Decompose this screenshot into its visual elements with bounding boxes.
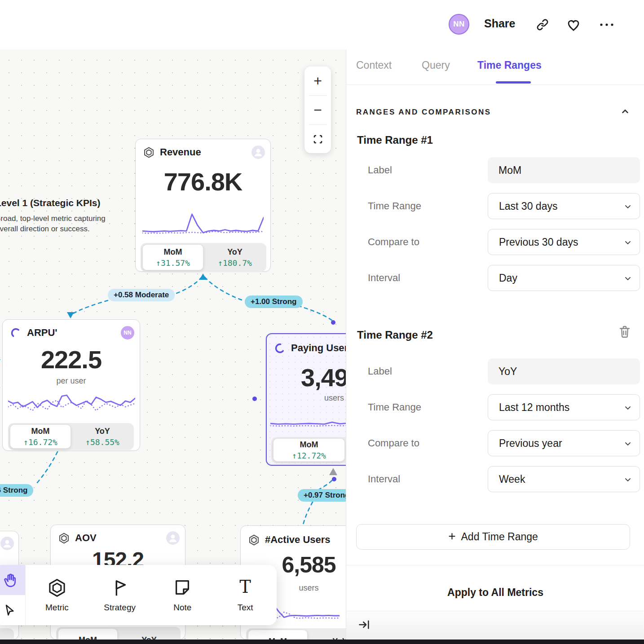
loading-spinner-icon <box>274 342 286 354</box>
interval-select[interactable]: Day <box>488 265 640 291</box>
connection-handle[interactable] <box>331 320 335 325</box>
toggle-change: ↑180.7% <box>218 258 252 268</box>
metric-hexagon-icon <box>58 532 70 544</box>
toggle-change: ↑16.72% <box>23 437 57 447</box>
assignee-avatar[interactable] <box>0 537 14 550</box>
panel-tabs: Context Query Time Ranges <box>346 49 644 85</box>
copy-link-button[interactable] <box>536 18 549 31</box>
toggle-change: ↑31.57% <box>156 258 190 268</box>
delete-time-range-button[interactable] <box>618 324 631 340</box>
zoom-in-button[interactable]: + <box>304 66 331 95</box>
note-tool[interactable]: Note <box>151 565 214 625</box>
toggle-mom[interactable]: MoM <box>248 630 308 640</box>
metric-tool[interactable]: Metric <box>26 565 88 625</box>
toggle-yoy[interactable]: YoY <box>118 627 181 640</box>
label-input[interactable]: MoM <box>488 157 640 183</box>
toggle-yoy[interactable]: YoY <box>308 628 346 640</box>
toggle-label: MoM <box>164 247 182 257</box>
field-label: Compare to <box>368 229 419 255</box>
trash-icon <box>618 324 631 340</box>
tab-query[interactable]: Query <box>422 59 450 71</box>
correlation-label[interactable]: +0.58 Moderate <box>108 289 175 301</box>
assignee-avatar[interactable] <box>166 531 180 545</box>
chevron-down-icon <box>623 403 632 412</box>
add-time-range-button[interactable]: + Add Time Range <box>356 524 630 550</box>
level-annotation-title: Level 1 (Strategic KPIs) <box>0 198 112 208</box>
add-time-range-label: Add Time Range <box>461 531 538 543</box>
sparkline <box>142 208 264 241</box>
apply-all-metrics-button[interactable]: Apply to All Metrics <box>346 587 644 599</box>
tab-time-ranges[interactable]: Time Ranges <box>477 59 542 71</box>
tool-label: Text <box>238 603 253 613</box>
select-value: Last 30 days <box>499 200 557 212</box>
toggle-mom[interactable]: MoM <box>58 628 118 640</box>
heart-icon <box>566 18 581 32</box>
metric-value: 222.5 <box>3 345 140 374</box>
interval-select[interactable]: Week <box>488 466 640 492</box>
timerange-toggle: MoM YoY <box>56 627 181 640</box>
metric-card-paying-users[interactable]: Paying Users' 3,49 users MoM ↑12.72% <box>266 333 346 466</box>
bottom-bar <box>0 640 644 644</box>
field-label: Interval <box>368 466 400 492</box>
chevron-down-icon <box>623 238 632 247</box>
tab-context[interactable]: Context <box>356 59 392 71</box>
card-title: Paying Users' <box>291 342 346 354</box>
connection-handle[interactable] <box>252 397 257 401</box>
metric-unit: per user <box>3 376 140 386</box>
edge-arrowhead <box>199 273 207 280</box>
collapse-section-button[interactable] <box>619 106 631 117</box>
correlation-label[interactable]: +0.97 Strong <box>298 489 346 502</box>
select-value: Previous 30 days <box>499 236 578 248</box>
toggle-yoy[interactable]: YoY ↑58.55% <box>71 423 134 450</box>
time-range-select[interactable]: Last 30 days <box>488 193 640 219</box>
flag-icon <box>110 578 130 598</box>
fit-view-button[interactable] <box>304 125 331 154</box>
settings-panel: Context Query Time Ranges RANGES AND COM… <box>346 49 644 640</box>
timerange-toggle: MoM ↑16.72% YoY ↑58.55% <box>8 423 134 450</box>
hand-tool[interactable] <box>0 565 26 595</box>
note-icon <box>172 578 193 598</box>
ellipsis-icon <box>599 21 614 28</box>
connection-handle[interactable] <box>332 477 336 481</box>
text-tool[interactable]: T Text <box>214 565 277 625</box>
metric-tree-canvas[interactable]: Level 1 (Strategic KPIs) Broad, top-leve… <box>0 49 346 640</box>
user-avatar[interactable]: NN <box>449 14 469 35</box>
correlation-label[interactable]: +1.00 Strong <box>245 296 303 308</box>
field-label: Label <box>368 358 392 384</box>
share-button[interactable]: Share <box>484 17 515 30</box>
tool-label: Metric <box>45 603 69 613</box>
collapse-panel-button[interactable] <box>358 618 371 631</box>
favorite-button[interactable] <box>566 18 580 31</box>
correlation-label[interactable]: 66 Strong <box>0 484 33 497</box>
clipped-text-fragment: s <box>0 353 0 363</box>
toggle-mom[interactable]: MoM ↑31.57% <box>142 244 203 270</box>
collapse-right-icon <box>358 618 371 631</box>
metric-card-arpu[interactable]: ARPU' NN 222.5 per user MoM ↑16.72% YoY … <box>2 319 140 451</box>
canvas-toolbar: Metric Strategy Note T <box>0 565 277 625</box>
select-value: Previous year <box>499 437 562 450</box>
select-tool[interactable] <box>0 595 26 625</box>
more-options-button[interactable] <box>599 21 613 35</box>
metric-value: 3,49 <box>301 363 346 392</box>
strategy-tool[interactable]: Strategy <box>88 565 151 625</box>
toggle-mom[interactable]: MoM ↑12.72% <box>273 438 345 462</box>
compare-to-select[interactable]: Previous year <box>488 430 640 456</box>
text-icon: T <box>235 578 256 598</box>
zoom-out-button[interactable]: − <box>304 96 331 124</box>
loading-spinner-icon <box>10 327 22 339</box>
label-input[interactable]: YoY <box>488 358 640 384</box>
compare-to-select[interactable]: Previous 30 days <box>488 229 640 255</box>
time-range-select[interactable]: Last 12 months <box>488 394 640 420</box>
toggle-yoy[interactable]: YoY ↑180.7% <box>203 243 266 272</box>
metric-card-revenue[interactable]: Revenue 776.8K MoM ↑31.57% YoY ↑180.7% <box>135 139 271 272</box>
select-value: Week <box>499 473 525 485</box>
timerange-toggle[interactable] <box>0 628 14 640</box>
toggle-label: YoY <box>141 635 157 640</box>
assignee-avatar[interactable]: NN <box>121 326 134 340</box>
sparkline <box>270 401 346 434</box>
toggle-mom[interactable]: MoM ↑16.72% <box>10 424 71 449</box>
metric-hexagon-icon <box>47 578 67 598</box>
toggle-change: ↑58.55% <box>85 437 119 447</box>
assignee-avatar[interactable] <box>251 146 265 159</box>
metric-hexagon-icon <box>248 534 260 546</box>
